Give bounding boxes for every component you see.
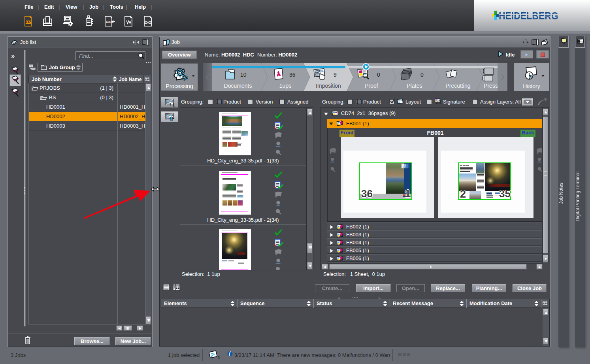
svg-text:Proof: Proof [365, 83, 378, 89]
svg-text:Plates: Plates [407, 83, 422, 89]
svg-text:0: 0 [420, 72, 424, 78]
svg-text:Documents: Documents [224, 83, 252, 89]
svg-text:Imposition: Imposition [316, 83, 341, 89]
svg-text:9: 9 [334, 72, 337, 78]
svg-text:10: 10 [240, 72, 247, 78]
svg-text:0: 0 [377, 72, 380, 78]
svg-text:ABC: ABC [106, 21, 111, 23]
svg-text:Press: Press [484, 83, 498, 89]
svg-text:36: 36 [289, 72, 296, 78]
svg-text:1ups: 1ups [279, 83, 291, 89]
svg-text:Precutting: Precutting [445, 83, 470, 89]
svg-text:1: 1 [218, 355, 220, 360]
svg-text:ABC: ABC [26, 21, 31, 24]
